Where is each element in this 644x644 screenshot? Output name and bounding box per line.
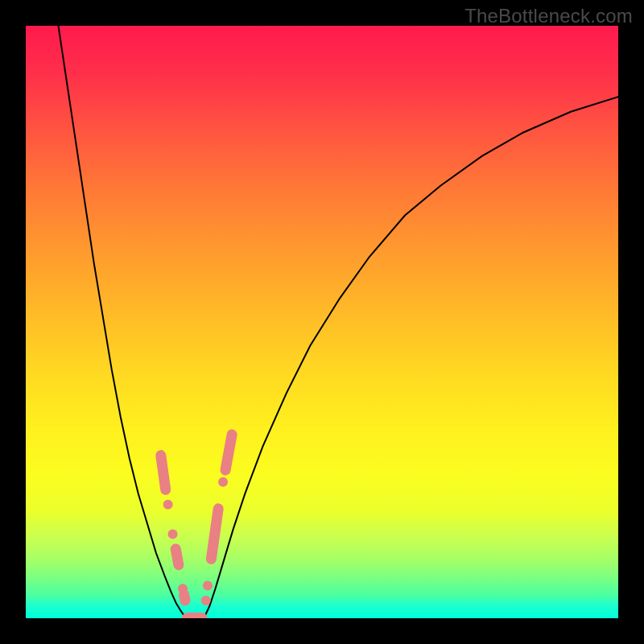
marker-capsule-right-upper [225, 435, 232, 470]
marker-dot [201, 596, 211, 605]
marker-capsule-left-lower [184, 595, 185, 601]
marker-capsule-left-mid [175, 549, 179, 565]
marker-capsule-right-lower [211, 509, 218, 559]
marker-capsule-left-upper [161, 456, 166, 490]
watermark-label: TheBottleneck.com [464, 5, 633, 27]
marker-dot [218, 477, 228, 487]
curve-left-branch [58, 26, 185, 617]
chart-frame: TheBottleneck.com [0, 0, 644, 644]
marker-dot [168, 529, 178, 539]
marker-group [161, 435, 232, 618]
curve-group [58, 26, 618, 618]
curve-right-branch [204, 97, 618, 616]
marker-dot [203, 581, 213, 591]
chart-plot-area [26, 26, 618, 618]
marker-dot [163, 500, 173, 510]
chart-svg [26, 26, 618, 618]
